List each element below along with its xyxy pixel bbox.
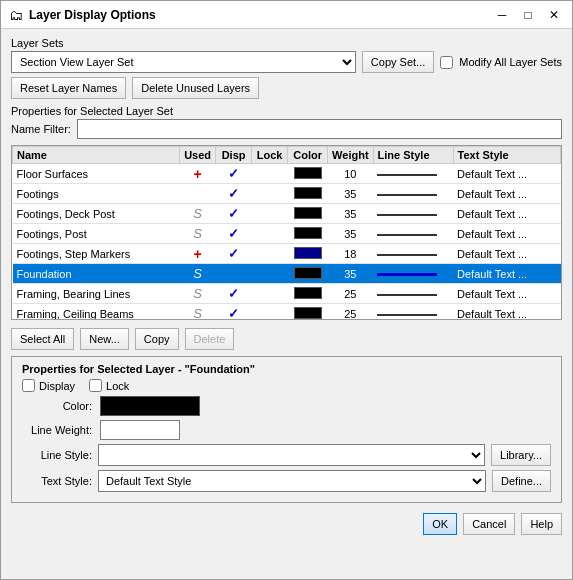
color-cell (288, 264, 328, 284)
lock-cell (252, 184, 288, 204)
color-cell (288, 244, 328, 264)
text-style-row: Text Style: Default Text Style Define... (22, 470, 551, 492)
layer-name: Footings, Post (13, 224, 180, 244)
name-filter-input[interactable] (77, 119, 562, 139)
line-style-row: Line Style: Library... (22, 444, 551, 466)
col-header-lock: Lock (252, 147, 288, 164)
ok-button[interactable]: OK (423, 513, 457, 535)
table-header-row: Name Used Disp Lock Color Weight Line St… (13, 147, 561, 164)
delete-unused-layers-button[interactable]: Delete Unused Layers (132, 77, 259, 99)
layer-display-options-dialog: 🗂 Layer Display Options ─ □ ✕ Layer Sets… (0, 0, 573, 580)
lock-cell (252, 284, 288, 304)
table-row[interactable]: Floor Surfaces + ✓ 10 Default Text ... (13, 164, 561, 184)
lock-cell (252, 244, 288, 264)
table-row[interactable]: Footings, Post S ✓ 35 Default Text ... (13, 224, 561, 244)
footer-row: OK Cancel Help (11, 513, 562, 535)
line-style-combo[interactable] (98, 444, 485, 466)
layer-set-combo[interactable]: Section View Layer Set Default Layer Set (11, 51, 356, 73)
weight-cell: 35 (328, 204, 373, 224)
selected-layer-props: Properties for Selected Layer - "Foundat… (11, 356, 562, 503)
lock-cell (252, 304, 288, 321)
disp-cell: ✓ (216, 224, 252, 244)
new-button[interactable]: New... (80, 328, 129, 350)
layers-table: Name Used Disp Lock Color Weight Line St… (12, 146, 561, 320)
lock-cell (252, 224, 288, 244)
reset-layer-names-button[interactable]: Reset Layer Names (11, 77, 126, 99)
copy-button[interactable]: Copy (135, 328, 179, 350)
cancel-button[interactable]: Cancel (463, 513, 515, 535)
color-cell (288, 304, 328, 321)
textstyle-cell: Default Text ... (453, 184, 560, 204)
used-cell: + (180, 164, 216, 184)
textstyle-cell: Default Text ... (453, 304, 560, 321)
disp-cell (216, 264, 252, 284)
lock-checkbox-label[interactable]: Lock (89, 379, 129, 392)
textstyle-cell: Default Text ... (453, 244, 560, 264)
display-checkbox-label[interactable]: Display (22, 379, 75, 392)
textstyle-cell: Default Text ... (453, 264, 560, 284)
table-buttons-row: Select All New... Copy Delete (11, 328, 562, 350)
window-title: Layer Display Options (29, 8, 486, 22)
table-row[interactable]: Footings ✓ 35 Default Text ... (13, 184, 561, 204)
layer-sets-row: Section View Layer Set Default Layer Set… (11, 51, 562, 73)
linestyle-cell (373, 164, 453, 184)
dialog-content: Layer Sets Section View Layer Set Defaul… (1, 29, 572, 579)
name-filter-row: Name Filter: (11, 119, 562, 139)
help-button[interactable]: Help (521, 513, 562, 535)
table-row[interactable]: Framing, Ceiling Beams S ✓ 25 Default Te… (13, 304, 561, 321)
textstyle-cell: Default Text ... (453, 284, 560, 304)
line-weight-row: Line Weight: 35 (22, 420, 551, 440)
lock-cell (252, 164, 288, 184)
minimize-button[interactable]: ─ (492, 5, 512, 25)
linestyle-cell (373, 184, 453, 204)
table-row[interactable]: Framing, Bearing Lines S ✓ 25 Default Te… (13, 284, 561, 304)
col-header-textstyle: Text Style (453, 147, 560, 164)
col-header-linestyle: Line Style (373, 147, 453, 164)
lock-cell (252, 264, 288, 284)
layer-name: Foundation (13, 264, 180, 284)
line-style-label: Line Style: (22, 449, 92, 461)
col-header-color: Color (288, 147, 328, 164)
layer-name: Footings (13, 184, 180, 204)
lock-checkbox[interactable] (89, 379, 102, 392)
color-swatch[interactable] (100, 396, 200, 416)
line-weight-input[interactable]: 35 (100, 420, 180, 440)
disp-cell: ✓ (216, 164, 252, 184)
layer-sets-section: Layer Sets Section View Layer Set Defaul… (11, 37, 562, 99)
col-header-used: Used (180, 147, 216, 164)
used-cell: S (180, 264, 216, 284)
name-filter-label: Name Filter: (11, 123, 71, 135)
col-header-weight: Weight (328, 147, 373, 164)
disp-cell: ✓ (216, 204, 252, 224)
layer-name: Framing, Bearing Lines (13, 284, 180, 304)
text-style-combo[interactable]: Default Text Style (98, 470, 486, 492)
linestyle-cell (373, 284, 453, 304)
modify-all-label[interactable]: Modify All Layer Sets (440, 56, 562, 69)
color-cell (288, 164, 328, 184)
linestyle-cell (373, 264, 453, 284)
table-row-selected[interactable]: Foundation S 35 Default Text ... (13, 264, 561, 284)
close-button[interactable]: ✕ (544, 5, 564, 25)
display-checkbox[interactable] (22, 379, 35, 392)
table-row[interactable]: Footings, Deck Post S ✓ 35 Default Text … (13, 204, 561, 224)
linestyle-cell (373, 204, 453, 224)
delete-button[interactable]: Delete (185, 328, 235, 350)
text-style-label: Text Style: (22, 475, 92, 487)
layers-table-container[interactable]: Name Used Disp Lock Color Weight Line St… (11, 145, 562, 320)
copy-set-button[interactable]: Copy Set... (362, 51, 434, 73)
table-row[interactable]: Footings, Step Markers + ✓ 18 Default Te… (13, 244, 561, 264)
textstyle-cell: Default Text ... (453, 224, 560, 244)
title-bar: 🗂 Layer Display Options ─ □ ✕ (1, 1, 572, 29)
define-button[interactable]: Define... (492, 470, 551, 492)
maximize-button[interactable]: □ (518, 5, 538, 25)
layer-name: Footings, Step Markers (13, 244, 180, 264)
select-all-button[interactable]: Select All (11, 328, 74, 350)
weight-cell: 35 (328, 184, 373, 204)
used-cell: S (180, 224, 216, 244)
color-cell (288, 204, 328, 224)
library-button[interactable]: Library... (491, 444, 551, 466)
color-cell (288, 224, 328, 244)
modify-all-checkbox[interactable] (440, 56, 453, 69)
layer-name: Footings, Deck Post (13, 204, 180, 224)
linestyle-cell (373, 244, 453, 264)
